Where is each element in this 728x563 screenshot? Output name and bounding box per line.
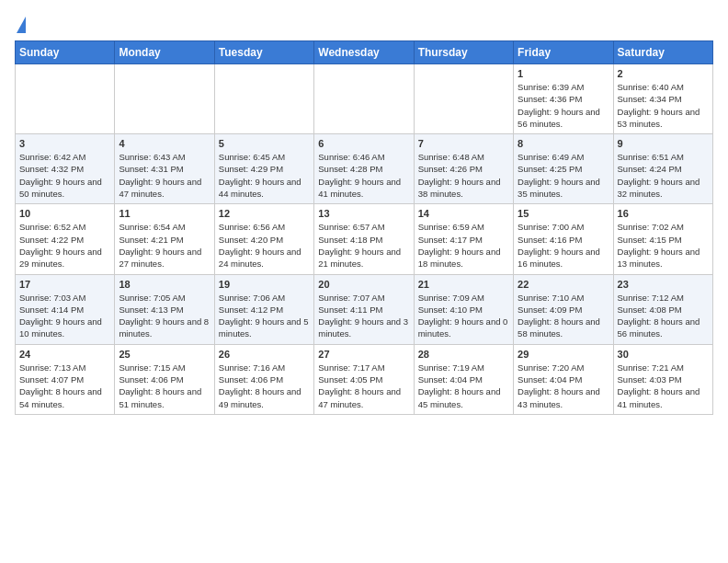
cell-content: Sunrise: 7:10 AM Sunset: 4:09 PM Dayligh… xyxy=(518,292,609,340)
day-number: 23 xyxy=(618,279,709,290)
weekday-header-wednesday: Wednesday xyxy=(314,41,414,64)
cell-content: Sunrise: 7:07 AM Sunset: 4:11 PM Dayligh… xyxy=(318,292,409,340)
day-number: 1 xyxy=(518,68,609,79)
calendar-cell xyxy=(314,64,414,134)
calendar-cell: 25Sunrise: 7:15 AM Sunset: 4:06 PM Dayli… xyxy=(115,344,214,414)
cell-content: Sunrise: 7:17 AM Sunset: 4:05 PM Dayligh… xyxy=(318,362,409,410)
calendar-cell: 27Sunrise: 7:17 AM Sunset: 4:05 PM Dayli… xyxy=(314,344,414,414)
day-number: 6 xyxy=(318,138,409,149)
day-number: 22 xyxy=(518,279,609,290)
day-number: 8 xyxy=(518,138,609,149)
day-number: 4 xyxy=(119,138,210,149)
page-header xyxy=(15,15,713,33)
calendar-cell: 1Sunrise: 6:39 AM Sunset: 4:36 PM Daylig… xyxy=(514,64,613,134)
calendar-cell: 8Sunrise: 6:49 AM Sunset: 4:25 PM Daylig… xyxy=(514,134,613,204)
day-number: 7 xyxy=(418,138,509,149)
cell-content: Sunrise: 6:57 AM Sunset: 4:18 PM Dayligh… xyxy=(318,221,409,270)
day-number: 3 xyxy=(19,138,110,149)
calendar-cell: 17Sunrise: 7:03 AM Sunset: 4:14 PM Dayli… xyxy=(16,274,115,344)
calendar-week-row: 17Sunrise: 7:03 AM Sunset: 4:14 PM Dayli… xyxy=(16,274,713,344)
cell-content: Sunrise: 6:43 AM Sunset: 4:31 PM Dayligh… xyxy=(119,151,210,200)
calendar-cell: 22Sunrise: 7:10 AM Sunset: 4:09 PM Dayli… xyxy=(514,274,613,344)
calendar-cell: 29Sunrise: 7:20 AM Sunset: 4:04 PM Dayli… xyxy=(514,344,613,414)
cell-content: Sunrise: 6:46 AM Sunset: 4:28 PM Dayligh… xyxy=(318,151,409,200)
calendar-cell: 9Sunrise: 6:51 AM Sunset: 4:24 PM Daylig… xyxy=(613,134,712,204)
day-number: 29 xyxy=(518,349,609,360)
calendar-cell xyxy=(214,64,313,134)
day-number: 20 xyxy=(318,279,409,290)
day-number: 27 xyxy=(318,349,409,360)
calendar-cell: 6Sunrise: 6:46 AM Sunset: 4:28 PM Daylig… xyxy=(314,134,414,204)
cell-content: Sunrise: 6:49 AM Sunset: 4:25 PM Dayligh… xyxy=(518,151,609,200)
day-number: 2 xyxy=(618,68,709,79)
cell-content: Sunrise: 6:42 AM Sunset: 4:32 PM Dayligh… xyxy=(19,151,110,200)
calendar-cell: 26Sunrise: 7:16 AM Sunset: 4:06 PM Dayli… xyxy=(214,344,313,414)
cell-content: Sunrise: 6:39 AM Sunset: 4:36 PM Dayligh… xyxy=(518,81,609,130)
day-number: 25 xyxy=(119,349,210,360)
logo-triangle-icon xyxy=(17,17,26,33)
day-number: 19 xyxy=(219,279,310,290)
cell-content: Sunrise: 6:40 AM Sunset: 4:34 PM Dayligh… xyxy=(618,81,709,130)
day-number: 13 xyxy=(318,208,409,219)
day-number: 15 xyxy=(518,208,609,219)
day-number: 21 xyxy=(418,279,509,290)
calendar-cell xyxy=(16,64,115,134)
weekday-header-monday: Monday xyxy=(115,41,214,64)
calendar-cell: 14Sunrise: 6:59 AM Sunset: 4:17 PM Dayli… xyxy=(414,204,513,274)
cell-content: Sunrise: 7:03 AM Sunset: 4:14 PM Dayligh… xyxy=(19,292,110,340)
calendar-cell: 30Sunrise: 7:21 AM Sunset: 4:03 PM Dayli… xyxy=(613,344,712,414)
cell-content: Sunrise: 7:21 AM Sunset: 4:03 PM Dayligh… xyxy=(618,362,709,410)
day-number: 10 xyxy=(19,208,110,219)
day-number: 30 xyxy=(618,349,709,360)
calendar-cell: 11Sunrise: 6:54 AM Sunset: 4:21 PM Dayli… xyxy=(115,204,214,274)
day-number: 11 xyxy=(119,208,210,219)
day-number: 24 xyxy=(19,349,110,360)
weekday-header-thursday: Thursday xyxy=(414,41,513,64)
day-number: 16 xyxy=(618,208,709,219)
cell-content: Sunrise: 7:06 AM Sunset: 4:12 PM Dayligh… xyxy=(219,292,310,340)
calendar-cell: 24Sunrise: 7:13 AM Sunset: 4:07 PM Dayli… xyxy=(16,344,115,414)
calendar-cell: 10Sunrise: 6:52 AM Sunset: 4:22 PM Dayli… xyxy=(16,204,115,274)
cell-content: Sunrise: 7:00 AM Sunset: 4:16 PM Dayligh… xyxy=(518,221,609,270)
cell-content: Sunrise: 6:59 AM Sunset: 4:17 PM Dayligh… xyxy=(418,221,509,270)
calendar-week-row: 24Sunrise: 7:13 AM Sunset: 4:07 PM Dayli… xyxy=(16,344,713,414)
calendar-cell: 12Sunrise: 6:56 AM Sunset: 4:20 PM Dayli… xyxy=(214,204,313,274)
weekday-header-friday: Friday xyxy=(514,41,613,64)
cell-content: Sunrise: 7:19 AM Sunset: 4:04 PM Dayligh… xyxy=(418,362,509,410)
cell-content: Sunrise: 7:05 AM Sunset: 4:13 PM Dayligh… xyxy=(119,292,210,340)
calendar-cell: 20Sunrise: 7:07 AM Sunset: 4:11 PM Dayli… xyxy=(314,274,414,344)
calendar-week-row: 10Sunrise: 6:52 AM Sunset: 4:22 PM Dayli… xyxy=(16,204,713,274)
cell-content: Sunrise: 7:12 AM Sunset: 4:08 PM Dayligh… xyxy=(618,292,709,340)
calendar-cell: 7Sunrise: 6:48 AM Sunset: 4:26 PM Daylig… xyxy=(414,134,513,204)
calendar-week-row: 1Sunrise: 6:39 AM Sunset: 4:36 PM Daylig… xyxy=(16,64,713,134)
calendar-cell: 2Sunrise: 6:40 AM Sunset: 4:34 PM Daylig… xyxy=(613,64,712,134)
weekday-header-sunday: Sunday xyxy=(16,41,115,64)
calendar-cell: 13Sunrise: 6:57 AM Sunset: 4:18 PM Dayli… xyxy=(314,204,414,274)
calendar-cell: 23Sunrise: 7:12 AM Sunset: 4:08 PM Dayli… xyxy=(613,274,712,344)
day-number: 26 xyxy=(219,349,310,360)
cell-content: Sunrise: 6:51 AM Sunset: 4:24 PM Dayligh… xyxy=(618,151,709,200)
calendar-cell: 4Sunrise: 6:43 AM Sunset: 4:31 PM Daylig… xyxy=(115,134,214,204)
calendar-header-row: SundayMondayTuesdayWednesdayThursdayFrid… xyxy=(16,41,713,64)
cell-content: Sunrise: 6:56 AM Sunset: 4:20 PM Dayligh… xyxy=(219,221,310,270)
calendar-cell: 15Sunrise: 7:00 AM Sunset: 4:16 PM Dayli… xyxy=(514,204,613,274)
calendar-cell: 3Sunrise: 6:42 AM Sunset: 4:32 PM Daylig… xyxy=(16,134,115,204)
calendar-cell: 16Sunrise: 7:02 AM Sunset: 4:15 PM Dayli… xyxy=(613,204,712,274)
cell-content: Sunrise: 6:52 AM Sunset: 4:22 PM Dayligh… xyxy=(19,221,110,270)
calendar-cell: 21Sunrise: 7:09 AM Sunset: 4:10 PM Dayli… xyxy=(414,274,513,344)
calendar-cell xyxy=(115,64,214,134)
cell-content: Sunrise: 7:13 AM Sunset: 4:07 PM Dayligh… xyxy=(19,362,110,410)
cell-content: Sunrise: 7:15 AM Sunset: 4:06 PM Dayligh… xyxy=(119,362,210,410)
cell-content: Sunrise: 7:20 AM Sunset: 4:04 PM Dayligh… xyxy=(518,362,609,410)
cell-content: Sunrise: 7:02 AM Sunset: 4:15 PM Dayligh… xyxy=(618,221,709,270)
cell-content: Sunrise: 6:45 AM Sunset: 4:29 PM Dayligh… xyxy=(219,151,310,200)
calendar-cell: 19Sunrise: 7:06 AM Sunset: 4:12 PM Dayli… xyxy=(214,274,313,344)
calendar-cell xyxy=(414,64,513,134)
calendar-cell: 18Sunrise: 7:05 AM Sunset: 4:13 PM Dayli… xyxy=(115,274,214,344)
day-number: 12 xyxy=(219,208,310,219)
day-number: 5 xyxy=(219,138,310,149)
calendar-table: SundayMondayTuesdayWednesdayThursdayFrid… xyxy=(15,40,713,415)
weekday-header-tuesday: Tuesday xyxy=(214,41,313,64)
cell-content: Sunrise: 7:09 AM Sunset: 4:10 PM Dayligh… xyxy=(418,292,509,340)
weekday-header-saturday: Saturday xyxy=(613,41,712,64)
